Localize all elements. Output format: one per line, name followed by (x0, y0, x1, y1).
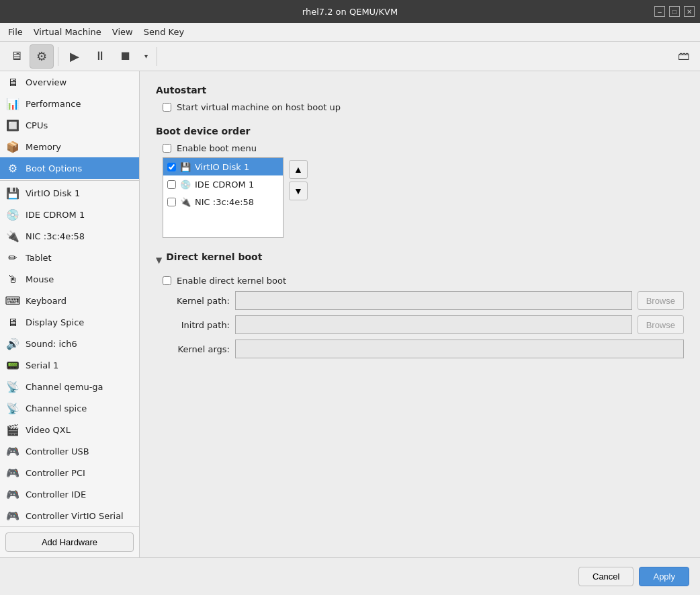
sidebar-item-overview[interactable]: 🖥 Overview (0, 71, 139, 93)
sidebar-item-boot-options[interactable]: ⚙ Boot Options (0, 157, 139, 179)
toolbar-stop-button[interactable]: ⏹ (114, 44, 138, 69)
enable-direct-kernel-label: Enable direct kernel boot (177, 276, 286, 286)
minimize-button[interactable]: – (654, 6, 665, 17)
sidebar-item-cpus[interactable]: 🔲 CPUs (0, 114, 139, 136)
sidebar-label-controller-pci: Controller PCI (26, 468, 85, 478)
sidebar-label-controller-ide: Controller IDE (26, 489, 86, 500)
sidebar-label-display-spice: Display Spice (26, 317, 84, 327)
sidebar-label-keyboard: Keyboard (26, 296, 67, 306)
sidebar-label-controller-usb: Controller USB (26, 446, 89, 457)
cpus-icon: 🔲 (5, 118, 20, 132)
menu-view[interactable]: View (107, 25, 138, 39)
sidebar-label-virtio-disk-1: VirtIO Disk 1 (26, 188, 80, 198)
boot-order-down-button[interactable]: ▼ (289, 182, 308, 200)
boot-item-virtio-disk-checkbox[interactable] (167, 163, 176, 171)
toolbar-settings-button[interactable]: ⚙ (30, 44, 54, 69)
kernel-path-browse-button[interactable]: Browse (638, 291, 684, 310)
sidebar-item-tablet[interactable]: ✏ Tablet (0, 247, 139, 268)
menu-send-key[interactable]: Send Key (138, 25, 189, 39)
menu-file[interactable]: File (3, 25, 28, 39)
toolbar-monitor-button[interactable]: 🖥 (4, 44, 28, 69)
mouse-icon: 🖱 (5, 272, 20, 286)
sidebar-item-controller-virtio-serial[interactable]: 🎮 Controller VirtIO Serial (0, 505, 139, 526)
direct-kernel-boot-header[interactable]: ▼ Direct kernel boot (156, 251, 684, 269)
sidebar-label-boot-options: Boot Options (26, 163, 82, 173)
boot-list-item-nic[interactable]: 🔌 NIC :3c:4e:58 (163, 193, 283, 210)
enable-direct-kernel-checkbox[interactable] (163, 276, 171, 285)
boot-list-item-ide-cdrom[interactable]: 💿 IDE CDROM 1 (163, 175, 283, 193)
autostart-title: Autostart (156, 85, 684, 95)
initrd-path-browse-button[interactable]: Browse (638, 315, 684, 334)
boot-item-ide-cdrom-checkbox[interactable] (167, 180, 176, 189)
main-area: 🖥 Overview 📊 Performance 🔲 CPUs 📦 Memory… (0, 71, 700, 557)
sidebar-item-controller-pci[interactable]: 🎮 Controller PCI (0, 462, 139, 483)
sidebar-item-nic[interactable]: 🔌 NIC :3c:4e:58 (0, 225, 139, 247)
sidebar-divider-1 (0, 180, 139, 181)
initrd-path-label: Initrd path: (163, 320, 230, 330)
autostart-checkbox[interactable] (163, 103, 171, 112)
controller-ide-icon: 🎮 (5, 487, 20, 502)
controller-pci-icon: 🎮 (5, 465, 20, 480)
boot-virtio-disk-icon: 💾 (180, 161, 191, 172)
sidebar-item-video-qxl[interactable]: 🎬 Video QXL (0, 419, 139, 440)
toolbar-run-button[interactable]: ▶ (62, 44, 87, 69)
boot-order-up-button[interactable]: ▲ (289, 160, 308, 179)
menubar: File Virtual Machine View Send Key (0, 23, 700, 42)
sidebar-label-nic: NIC :3c:4e:58 (26, 231, 85, 241)
boot-list-item-virtio-disk[interactable]: 💾 VirtIO Disk 1 (163, 158, 283, 175)
initrd-path-input[interactable] (235, 315, 632, 334)
sidebar-label-tablet: Tablet (26, 253, 52, 263)
sidebar-item-display-spice[interactable]: 🖥 Display Spice (0, 311, 139, 333)
sidebar-item-mouse[interactable]: 🖱 Mouse (0, 268, 139, 290)
content-panel: Autostart Start virtual machine on host … (140, 71, 700, 557)
close-button[interactable]: ✕ (684, 6, 695, 17)
window-title: rhel7.2 on QEMU/KVM (302, 7, 398, 17)
controller-virtio-serial-icon: 🎮 (5, 508, 20, 523)
enable-boot-menu-checkbox[interactable] (163, 144, 171, 153)
sidebar-item-sound-ich6[interactable]: 🔊 Sound: ich6 (0, 333, 139, 354)
sidebar-label-channel-spice: Channel spice (26, 403, 87, 413)
sidebar-label-cpus: CPUs (26, 120, 48, 130)
sidebar: 🖥 Overview 📊 Performance 🔲 CPUs 📦 Memory… (0, 71, 140, 557)
cancel-button[interactable]: Cancel (578, 567, 633, 586)
maximize-button[interactable]: □ (669, 6, 680, 17)
memory-icon: 📦 (5, 139, 20, 154)
apply-button[interactable]: Apply (639, 567, 689, 586)
channel-qemu-ga-icon: 📡 (5, 379, 20, 394)
add-hardware-button[interactable]: Add Hardware (5, 532, 134, 552)
collapse-arrow-icon: ▼ (156, 255, 162, 265)
sidebar-item-ide-cdrom-1[interactable]: 💿 IDE CDROM 1 (0, 204, 139, 225)
sidebar-item-virtio-disk-1[interactable]: 💾 VirtIO Disk 1 (0, 182, 139, 204)
virtio-disk-icon: 💾 (5, 186, 20, 200)
sidebar-item-keyboard[interactable]: ⌨ Keyboard (0, 290, 139, 311)
toolbar-snapshot-button[interactable]: 🗃 (672, 44, 696, 69)
kernel-args-label: Kernel args: (163, 344, 230, 354)
toolbar-separator-2 (157, 47, 157, 66)
boot-options-icon: ⚙ (5, 161, 20, 175)
toolbar-more-button[interactable]: ▾ (139, 44, 152, 69)
sidebar-label-mouse: Mouse (26, 274, 54, 284)
kernel-args-input[interactable] (235, 340, 684, 358)
sidebar-item-memory[interactable]: 📦 Memory (0, 136, 139, 157)
sidebar-item-serial-1[interactable]: 📟 Serial 1 (0, 354, 139, 376)
sidebar-item-performance[interactable]: 📊 Performance (0, 93, 139, 114)
sidebar-item-controller-ide[interactable]: 🎮 Controller IDE (0, 483, 139, 505)
sidebar-label-video-qxl: Video QXL (26, 425, 71, 435)
sidebar-list: 🖥 Overview 📊 Performance 🔲 CPUs 📦 Memory… (0, 71, 139, 526)
autostart-label: Start virtual machine on host boot up (177, 102, 341, 112)
toolbar-pause-button[interactable]: ⏸ (88, 44, 112, 69)
sidebar-item-controller-usb[interactable]: 🎮 Controller USB (0, 440, 139, 462)
direct-kernel-boot-title: Direct kernel boot (166, 251, 262, 262)
sidebar-item-channel-qemu-ga[interactable]: 📡 Channel qemu-ga (0, 376, 139, 397)
sidebar-item-channel-spice[interactable]: 📡 Channel spice (0, 397, 139, 419)
sound-icon: 🔊 (5, 336, 20, 351)
kernel-path-input[interactable] (235, 291, 632, 310)
menu-virtual-machine[interactable]: Virtual Machine (28, 25, 107, 39)
sidebar-label-channel-qemu-ga: Channel qemu-ga (26, 382, 103, 392)
nic-icon: 🔌 (5, 229, 20, 243)
boot-order-container: 💾 VirtIO Disk 1 💿 IDE CDROM 1 🔌 NIC :3c:… (163, 157, 684, 238)
boot-ide-cdrom-icon: 💿 (180, 179, 191, 190)
video-qxl-icon: 🎬 (5, 422, 20, 437)
boot-item-nic-checkbox[interactable] (167, 198, 176, 206)
boot-device-order-section: Boot device order Enable boot menu 💾 Vir… (156, 126, 684, 238)
